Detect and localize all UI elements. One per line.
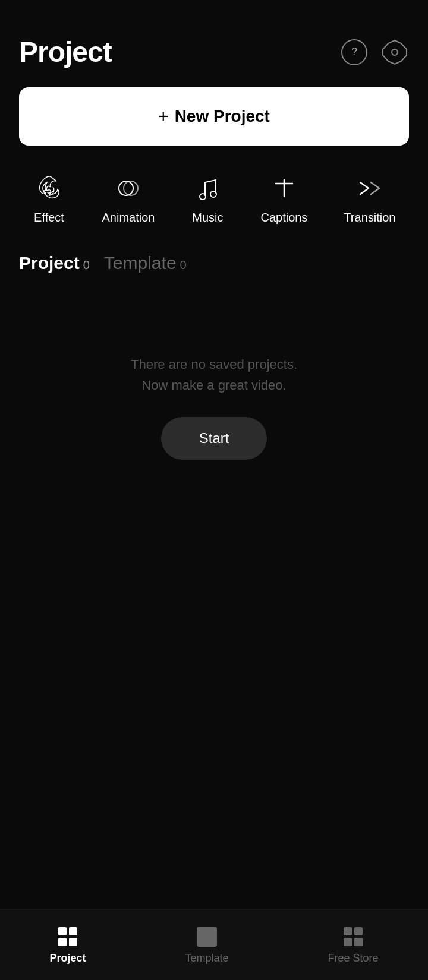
- svg-rect-13: [344, 927, 352, 935]
- help-button[interactable]: ?: [340, 38, 369, 67]
- effect-label: Effect: [34, 211, 64, 225]
- nav-project-label: Project: [49, 952, 86, 965]
- svg-rect-8: [69, 927, 77, 935]
- animation-label: Animation: [102, 211, 155, 225]
- svg-rect-15: [344, 938, 352, 946]
- new-project-button[interactable]: + New Project: [19, 87, 409, 146]
- animation-icon: [112, 172, 145, 205]
- tab-project-count: 0: [83, 258, 90, 272]
- music-label: Music: [192, 211, 223, 225]
- svg-rect-16: [354, 938, 363, 946]
- nav-template-icon: [195, 925, 219, 949]
- new-project-label: New Project: [175, 107, 270, 126]
- tool-effect[interactable]: Effect: [33, 172, 66, 225]
- settings-icon: [382, 39, 408, 65]
- tool-transition[interactable]: Transition: [344, 172, 395, 225]
- header: Project ?: [0, 0, 428, 83]
- effect-icon: [33, 172, 66, 205]
- svg-point-0: [392, 49, 398, 55]
- tools-row: Effect Animation Music: [0, 162, 428, 239]
- captions-icon: [268, 172, 301, 205]
- start-button[interactable]: Start: [161, 417, 268, 460]
- nav-free-store[interactable]: Free Store: [316, 920, 390, 969]
- nav-project[interactable]: Project: [37, 920, 97, 969]
- empty-text: There are no saved projects. Now make a …: [131, 354, 297, 396]
- settings-button[interactable]: [380, 38, 409, 67]
- svg-rect-14: [354, 927, 363, 935]
- nav-free-store-label: Free Store: [328, 952, 378, 965]
- svg-rect-10: [69, 938, 77, 946]
- nav-project-icon: [56, 925, 80, 949]
- tab-template-label: Template: [104, 253, 177, 273]
- transition-label: Transition: [344, 211, 395, 225]
- nav-free-store-icon: [341, 925, 365, 949]
- page-title: Project: [19, 36, 112, 68]
- empty-state: There are no saved projects. Now make a …: [0, 283, 428, 507]
- tabs-row: Project 0 Template 0: [0, 248, 428, 283]
- tool-captions[interactable]: Captions: [260, 172, 307, 225]
- music-icon: [191, 172, 224, 205]
- tab-template-count: 0: [180, 258, 187, 272]
- nav-template-label: Template: [185, 952, 228, 965]
- svg-rect-7: [58, 927, 67, 935]
- help-icon: ?: [341, 39, 367, 65]
- transition-icon: [353, 172, 386, 205]
- bottom-nav: Project Template Free Store: [0, 909, 428, 980]
- tab-project[interactable]: Project 0: [19, 253, 90, 273]
- tool-animation[interactable]: Animation: [102, 172, 155, 225]
- empty-line1: There are no saved projects.: [131, 357, 297, 372]
- new-project-plus: +: [158, 106, 169, 127]
- nav-template[interactable]: Template: [173, 920, 240, 969]
- tab-project-label: Project: [19, 253, 80, 273]
- captions-label: Captions: [260, 211, 307, 225]
- tool-music[interactable]: Music: [191, 172, 224, 225]
- header-icons: ?: [340, 38, 409, 67]
- svg-rect-9: [58, 938, 67, 946]
- svg-point-3: [200, 194, 206, 200]
- empty-line2: Now make a great video.: [141, 378, 286, 393]
- tab-template[interactable]: Template 0: [104, 253, 187, 273]
- svg-point-4: [210, 191, 216, 197]
